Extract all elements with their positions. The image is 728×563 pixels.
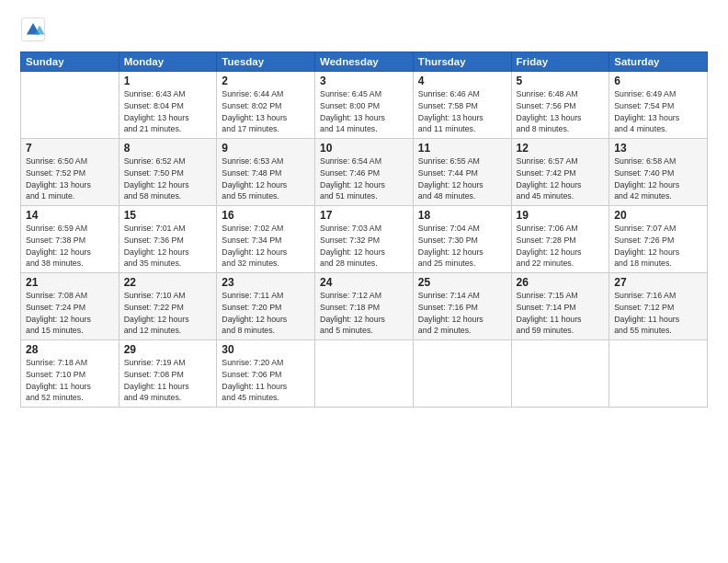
day-info: Sunrise: 6:44 AM Sunset: 8:02 PM Dayligh… xyxy=(222,88,310,135)
day-info: Sunrise: 6:53 AM Sunset: 7:48 PM Dayligh… xyxy=(222,155,310,202)
day-info: Sunrise: 7:11 AM Sunset: 7:20 PM Dayligh… xyxy=(222,290,310,337)
day-info: Sunrise: 7:08 AM Sunset: 7:24 PM Dayligh… xyxy=(26,290,114,337)
day-number: 22 xyxy=(124,276,212,289)
day-number: 28 xyxy=(26,343,114,356)
day-info: Sunrise: 7:20 AM Sunset: 7:06 PM Dayligh… xyxy=(222,357,310,404)
calendar-weekday-saturday: Saturday xyxy=(609,52,708,72)
day-info: Sunrise: 7:19 AM Sunset: 7:08 PM Dayligh… xyxy=(124,357,212,404)
day-number: 21 xyxy=(26,276,114,289)
day-number: 26 xyxy=(517,276,605,289)
day-number: 7 xyxy=(26,142,114,155)
calendar-cell: 21Sunrise: 7:08 AM Sunset: 7:24 PM Dayli… xyxy=(21,273,119,340)
calendar-cell: 28Sunrise: 7:18 AM Sunset: 7:10 PM Dayli… xyxy=(21,340,119,408)
day-info: Sunrise: 7:12 AM Sunset: 7:18 PM Dayligh… xyxy=(320,290,408,337)
header xyxy=(20,17,708,42)
calendar-cell: 23Sunrise: 7:11 AM Sunset: 7:20 PM Dayli… xyxy=(217,273,315,340)
day-number: 8 xyxy=(124,142,212,155)
day-number: 12 xyxy=(517,142,605,155)
calendar-cell: 10Sunrise: 6:54 AM Sunset: 7:46 PM Dayli… xyxy=(315,139,414,206)
day-info: Sunrise: 6:49 AM Sunset: 7:54 PM Dayligh… xyxy=(614,88,702,135)
day-info: Sunrise: 6:50 AM Sunset: 7:52 PM Dayligh… xyxy=(26,155,114,202)
calendar-cell: 5Sunrise: 6:48 AM Sunset: 7:56 PM Daylig… xyxy=(511,72,609,139)
day-number: 23 xyxy=(222,276,310,289)
calendar-cell: 24Sunrise: 7:12 AM Sunset: 7:18 PM Dayli… xyxy=(315,273,414,340)
calendar-cell xyxy=(21,72,119,139)
day-number: 14 xyxy=(26,209,114,222)
calendar-cell: 19Sunrise: 7:06 AM Sunset: 7:28 PM Dayli… xyxy=(511,206,609,273)
calendar-cell: 7Sunrise: 6:50 AM Sunset: 7:52 PM Daylig… xyxy=(21,139,119,206)
calendar-cell: 9Sunrise: 6:53 AM Sunset: 7:48 PM Daylig… xyxy=(217,139,315,206)
day-info: Sunrise: 7:18 AM Sunset: 7:10 PM Dayligh… xyxy=(26,357,114,404)
calendar-week-row: 14Sunrise: 6:59 AM Sunset: 7:38 PM Dayli… xyxy=(21,206,708,273)
day-number: 6 xyxy=(614,75,702,87)
calendar-cell: 27Sunrise: 7:16 AM Sunset: 7:12 PM Dayli… xyxy=(609,273,708,340)
day-number: 13 xyxy=(614,142,702,155)
calendar-week-row: 21Sunrise: 7:08 AM Sunset: 7:24 PM Dayli… xyxy=(21,273,708,340)
calendar-cell: 29Sunrise: 7:19 AM Sunset: 7:08 PM Dayli… xyxy=(119,340,217,408)
calendar-cell: 2Sunrise: 6:44 AM Sunset: 8:02 PM Daylig… xyxy=(217,72,315,139)
day-info: Sunrise: 6:55 AM Sunset: 7:44 PM Dayligh… xyxy=(418,155,506,202)
calendar-weekday-sunday: Sunday xyxy=(21,52,119,72)
calendar-weekday-wednesday: Wednesday xyxy=(315,52,414,72)
calendar-cell: 17Sunrise: 7:03 AM Sunset: 7:32 PM Dayli… xyxy=(315,206,414,273)
logo-icon xyxy=(20,17,46,42)
calendar-week-row: 7Sunrise: 6:50 AM Sunset: 7:52 PM Daylig… xyxy=(21,139,708,206)
day-info: Sunrise: 6:46 AM Sunset: 7:58 PM Dayligh… xyxy=(418,88,506,135)
day-number: 11 xyxy=(418,142,506,155)
day-number: 24 xyxy=(320,276,408,289)
day-number: 20 xyxy=(614,209,702,222)
day-info: Sunrise: 6:59 AM Sunset: 7:38 PM Dayligh… xyxy=(26,223,114,270)
day-info: Sunrise: 6:43 AM Sunset: 8:04 PM Dayligh… xyxy=(124,88,212,135)
calendar-cell xyxy=(609,340,708,408)
calendar-cell: 3Sunrise: 6:45 AM Sunset: 8:00 PM Daylig… xyxy=(315,72,414,139)
day-info: Sunrise: 6:57 AM Sunset: 7:42 PM Dayligh… xyxy=(517,155,605,202)
calendar-cell: 14Sunrise: 6:59 AM Sunset: 7:38 PM Dayli… xyxy=(21,206,119,273)
calendar-cell: 25Sunrise: 7:14 AM Sunset: 7:16 PM Dayli… xyxy=(413,273,511,340)
calendar-cell xyxy=(413,340,511,408)
page: SundayMondayTuesdayWednesdayThursdayFrid… xyxy=(0,0,728,563)
day-info: Sunrise: 7:14 AM Sunset: 7:16 PM Dayligh… xyxy=(418,290,506,337)
day-number: 4 xyxy=(418,75,506,87)
day-info: Sunrise: 7:04 AM Sunset: 7:30 PM Dayligh… xyxy=(418,223,506,270)
calendar-cell: 4Sunrise: 6:46 AM Sunset: 7:58 PM Daylig… xyxy=(413,72,511,139)
day-info: Sunrise: 7:06 AM Sunset: 7:28 PM Dayligh… xyxy=(517,223,605,270)
day-info: Sunrise: 7:01 AM Sunset: 7:36 PM Dayligh… xyxy=(124,223,212,270)
day-info: Sunrise: 7:03 AM Sunset: 7:32 PM Dayligh… xyxy=(320,223,408,270)
day-number: 9 xyxy=(222,142,310,155)
calendar-weekday-tuesday: Tuesday xyxy=(217,52,315,72)
calendar-cell: 30Sunrise: 7:20 AM Sunset: 7:06 PM Dayli… xyxy=(217,340,315,408)
day-info: Sunrise: 7:16 AM Sunset: 7:12 PM Dayligh… xyxy=(614,290,702,337)
day-number: 5 xyxy=(517,75,605,87)
calendar-cell: 12Sunrise: 6:57 AM Sunset: 7:42 PM Dayli… xyxy=(511,139,609,206)
day-info: Sunrise: 6:54 AM Sunset: 7:46 PM Dayligh… xyxy=(320,155,408,202)
day-info: Sunrise: 7:10 AM Sunset: 7:22 PM Dayligh… xyxy=(124,290,212,337)
calendar-cell xyxy=(511,340,609,408)
day-number: 2 xyxy=(222,75,310,87)
day-info: Sunrise: 6:45 AM Sunset: 8:00 PM Dayligh… xyxy=(320,88,408,135)
day-number: 10 xyxy=(320,142,408,155)
calendar-week-row: 28Sunrise: 7:18 AM Sunset: 7:10 PM Dayli… xyxy=(21,340,708,408)
day-number: 15 xyxy=(124,209,212,222)
calendar-weekday-thursday: Thursday xyxy=(413,52,511,72)
calendar-cell: 18Sunrise: 7:04 AM Sunset: 7:30 PM Dayli… xyxy=(413,206,511,273)
calendar-cell: 11Sunrise: 6:55 AM Sunset: 7:44 PM Dayli… xyxy=(413,139,511,206)
day-number: 17 xyxy=(320,209,408,222)
day-info: Sunrise: 6:52 AM Sunset: 7:50 PM Dayligh… xyxy=(124,155,212,202)
day-number: 27 xyxy=(614,276,702,289)
day-number: 1 xyxy=(124,75,212,87)
calendar-cell: 1Sunrise: 6:43 AM Sunset: 8:04 PM Daylig… xyxy=(119,72,217,139)
day-info: Sunrise: 6:48 AM Sunset: 7:56 PM Dayligh… xyxy=(517,88,605,135)
calendar-cell: 22Sunrise: 7:10 AM Sunset: 7:22 PM Dayli… xyxy=(119,273,217,340)
day-number: 30 xyxy=(222,343,310,356)
day-info: Sunrise: 7:07 AM Sunset: 7:26 PM Dayligh… xyxy=(614,223,702,270)
calendar-table: SundayMondayTuesdayWednesdayThursdayFrid… xyxy=(20,52,708,408)
day-number: 16 xyxy=(222,209,310,222)
calendar-cell: 13Sunrise: 6:58 AM Sunset: 7:40 PM Dayli… xyxy=(609,139,708,206)
calendar-cell: 26Sunrise: 7:15 AM Sunset: 7:14 PM Dayli… xyxy=(511,273,609,340)
day-number: 19 xyxy=(517,209,605,222)
calendar-cell: 8Sunrise: 6:52 AM Sunset: 7:50 PM Daylig… xyxy=(119,139,217,206)
day-info: Sunrise: 6:58 AM Sunset: 7:40 PM Dayligh… xyxy=(614,155,702,202)
day-info: Sunrise: 7:02 AM Sunset: 7:34 PM Dayligh… xyxy=(222,223,310,270)
logo xyxy=(20,17,49,42)
day-number: 3 xyxy=(320,75,408,87)
